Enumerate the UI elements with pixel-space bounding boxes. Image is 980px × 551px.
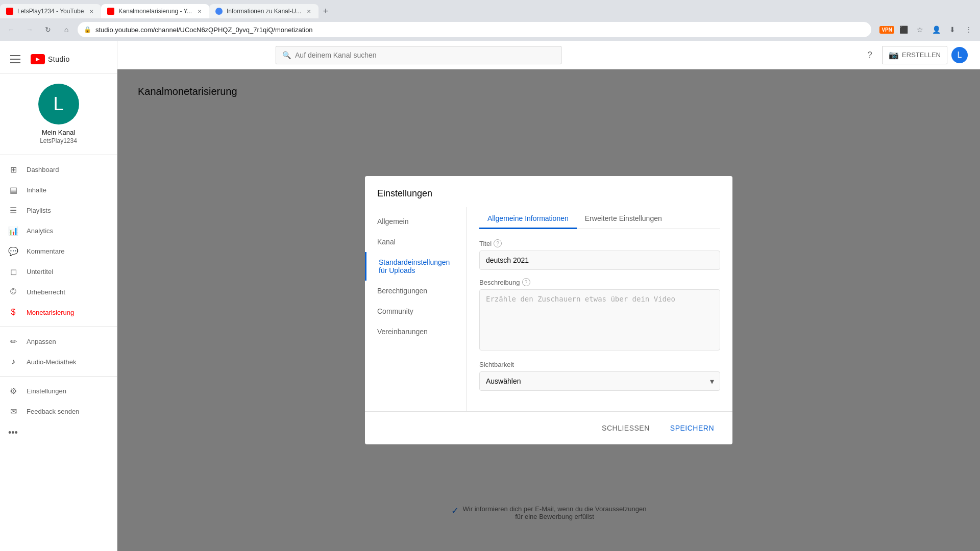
- modal-sidebar-kanal[interactable]: Kanal: [365, 232, 467, 252]
- sidebar-item-audio[interactable]: ♪ Audio-Mediathek: [0, 352, 117, 372]
- tab-close-1[interactable]: ✕: [88, 8, 95, 15]
- sidebar-item-monetarisierung[interactable]: $ Monetarisierung: [0, 302, 117, 322]
- sidebar-channel: L Mein Kanal LetsPlay1234: [0, 73, 117, 155]
- inhalte-icon: ▤: [8, 185, 18, 195]
- tab-allgemeine-info[interactable]: Allgemeine Informationen: [479, 209, 577, 229]
- modal-header: Einstellungen: [365, 176, 732, 207]
- modal-sidebar-community[interactable]: Community: [365, 301, 467, 321]
- modal-sidebar-vereinbarungen[interactable]: Vereinbarungen: [365, 321, 467, 342]
- sidebar-label-audio: Audio-Mediathek: [27, 358, 77, 366]
- sidebar-item-urheberrecht[interactable]: © Urheberrecht: [0, 282, 117, 302]
- anpassen-icon: ✏: [8, 336, 18, 346]
- tab-2[interactable]: Kanalmonetarisierung - Y... ✕: [101, 4, 209, 18]
- close-button[interactable]: SCHLIESSEN: [596, 420, 656, 436]
- tab-favicon-3: [215, 8, 223, 15]
- sidebar-item-untertitel[interactable]: ◻ Untertitel: [0, 261, 117, 282]
- tab-title-1: LetsPlay1234 - YouTube: [17, 8, 84, 15]
- url-text: studio.youtube.com/channel/UCocN6zQPHQZ_…: [95, 26, 313, 34]
- title-field-box: deutsch 2021: [479, 251, 720, 270]
- sidebar-item-kommentare[interactable]: 💬 Kommentare: [0, 241, 117, 261]
- more-icon: •••: [8, 428, 18, 438]
- user-avatar[interactable]: L: [951, 47, 968, 63]
- tab-erweiterte-einstellungen[interactable]: Erweiterte Einstellungen: [577, 209, 670, 229]
- modal-tabs: Allgemeine Informationen Erweiterte Eins…: [479, 207, 720, 229]
- forward-button[interactable]: →: [22, 22, 37, 37]
- modal-sidebar-standardeinstellungen[interactable]: Standardeinstellungen für Uploads: [365, 252, 467, 281]
- search-icon: 🔍: [282, 51, 291, 59]
- extensions-button[interactable]: ⬛: [896, 22, 911, 37]
- visibility-select[interactable]: Auswählen Öffentlich Nicht gelistet Priv…: [479, 371, 720, 391]
- sidebar-label-dashboard: Dashboard: [27, 166, 59, 173]
- form-group-title: Titel ? deutsch 2021: [479, 239, 720, 270]
- settings-modal: Einstellungen Allgemein Kanal: [365, 176, 732, 444]
- kommentare-icon: 💬: [8, 246, 18, 256]
- channel-avatar[interactable]: L: [38, 84, 79, 124]
- visibility-select-wrap: Auswählen Öffentlich Nicht gelistet Priv…: [479, 371, 720, 391]
- tab-3[interactable]: Informationen zu Kanal-U... ✕: [209, 4, 318, 18]
- sidebar: Studio L Mein Kanal LetsPlay1234 ⊞ Dashb…: [0, 41, 117, 551]
- yt-studio-logo[interactable]: Studio: [31, 54, 70, 64]
- profile-button[interactable]: 👤: [929, 22, 943, 37]
- download-button[interactable]: ⬇: [945, 22, 960, 37]
- sidebar-label-analytics: Analytics: [27, 227, 53, 235]
- form-label-title: Titel ?: [479, 239, 720, 247]
- modal-sidebar-berechtigungen[interactable]: Berechtigungen: [365, 281, 467, 301]
- description-textarea[interactable]: [479, 289, 720, 350]
- new-tab-button[interactable]: +: [318, 4, 333, 18]
- analytics-icon: 📊: [8, 226, 18, 236]
- sidebar-label-anpassen: Anpassen: [27, 338, 56, 345]
- create-label: ERSTELLEN: [902, 51, 941, 59]
- tab-title-2: Kanalmonetarisierung - Y...: [118, 8, 192, 15]
- sidebar-item-feedback[interactable]: ✉ Feedback senden: [0, 401, 117, 421]
- camera-icon: 📷: [889, 50, 899, 60]
- search-input-wrap[interactable]: 🔍: [276, 46, 561, 64]
- feedback-icon: ✉: [8, 406, 18, 416]
- more-options[interactable]: •••: [0, 421, 117, 444]
- sidebar-item-einstellungen[interactable]: ⚙ Einstellungen: [0, 381, 117, 401]
- sidebar-item-playlists[interactable]: ☰ Playlists: [0, 200, 117, 220]
- modal-content-area: Allgemeine Informationen Erweiterte Eins…: [467, 207, 732, 411]
- tab-1[interactable]: LetsPlay1234 - YouTube ✕: [0, 4, 101, 18]
- sidebar-label-inhalte: Inhalte: [27, 186, 46, 194]
- help-button[interactable]: ?: [862, 47, 878, 63]
- monetarisierung-icon: $: [8, 307, 18, 317]
- tab-favicon-2: [107, 8, 114, 15]
- sidebar-label-monetarisierung: Monetarisierung: [27, 309, 74, 316]
- modal-footer: SCHLIESSEN SPEICHERN: [365, 411, 732, 444]
- home-button[interactable]: ⌂: [59, 22, 74, 37]
- browser-actions: VPN ⬛ ☆ 👤 ⬇ ⋮: [879, 22, 976, 37]
- bookmark-button[interactable]: ☆: [913, 22, 927, 37]
- untertitel-icon: ◻: [8, 266, 18, 277]
- address-input[interactable]: 🔒 studio.youtube.com/channel/UCocN6zQPHQ…: [78, 22, 871, 37]
- menu-button[interactable]: ⋮: [962, 22, 976, 37]
- search-input[interactable]: [295, 51, 555, 59]
- address-bar: ← → ↻ ⌂ 🔒 studio.youtube.com/channel/UCo…: [0, 18, 980, 41]
- sidebar-nav: ⊞ Dashboard ▤ Inhalte ☰ Playlists 📊 Anal…: [0, 155, 117, 448]
- sidebar-label-einstellungen: Einstellungen: [27, 387, 66, 395]
- form-group-description: Beschreibung ?: [479, 278, 720, 353]
- dashboard-icon: ⊞: [8, 164, 18, 174]
- hamburger-menu[interactable]: [8, 52, 22, 66]
- back-button[interactable]: ←: [4, 22, 18, 37]
- main-header: 🔍 ? 📷 ERSTELLEN L: [117, 41, 980, 69]
- modal-body: Allgemein Kanal Standardeinstellungen fü…: [365, 207, 732, 411]
- tab-close-3[interactable]: ✕: [305, 8, 312, 15]
- playlists-icon: ☰: [8, 205, 18, 215]
- main-content: Kanalmonetarisierung ✓ Wir informieren d…: [117, 69, 980, 551]
- sidebar-label-playlists: Playlists: [27, 207, 51, 214]
- title-help-icon[interactable]: ?: [494, 239, 502, 247]
- sidebar-item-analytics[interactable]: 📊 Analytics: [0, 220, 117, 241]
- tab-close-2[interactable]: ✕: [196, 8, 203, 15]
- einstellungen-icon: ⚙: [8, 386, 18, 396]
- reload-button[interactable]: ↻: [41, 22, 55, 37]
- modal-sidebar-allgemein[interactable]: Allgemein: [365, 211, 467, 232]
- sidebar-item-dashboard[interactable]: ⊞ Dashboard: [0, 159, 117, 180]
- description-help-icon[interactable]: ?: [522, 278, 530, 286]
- sidebar-item-anpassen[interactable]: ✏ Anpassen: [0, 331, 117, 352]
- audio-icon: ♪: [8, 357, 18, 367]
- save-button[interactable]: SPEICHERN: [664, 420, 720, 436]
- lock-icon: 🔒: [84, 26, 91, 33]
- create-button[interactable]: 📷 ERSTELLEN: [882, 46, 947, 64]
- sidebar-item-inhalte[interactable]: ▤ Inhalte: [0, 180, 117, 200]
- channel-handle: LetsPlay1234: [40, 137, 77, 144]
